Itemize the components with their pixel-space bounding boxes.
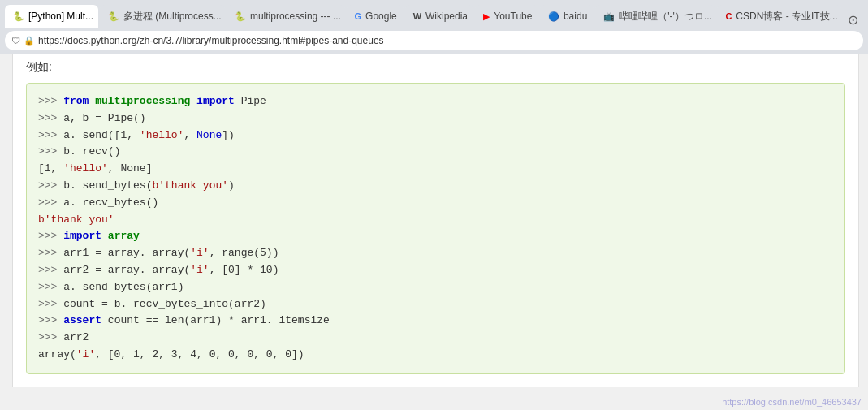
tab-baidu[interactable]: 🔵 baidu xyxy=(540,5,594,28)
prompt-11: >>> xyxy=(38,264,63,276)
tab-wikipedia[interactable]: W Wikipedia xyxy=(405,5,474,28)
kw-assert: assert xyxy=(63,314,101,326)
github-icon[interactable]: ⊙ xyxy=(843,12,863,28)
tab-favicon-5: W xyxy=(413,11,421,21)
string-hello: 'hello' xyxy=(140,129,184,141)
prompt-14: >>> xyxy=(38,314,63,326)
code-line-5: [1, 'hello', None] xyxy=(38,161,833,178)
tab-label-4: Google xyxy=(365,11,397,22)
tab-label-6: YouTube xyxy=(494,11,532,22)
left-scrollbar[interactable] xyxy=(0,54,13,387)
code-line-13: >>> count = b. recv_bytes_into(arr2) xyxy=(38,296,833,313)
string-i-out: 'i' xyxy=(76,348,95,360)
prompt-4: >>> xyxy=(38,145,63,158)
address-url: https://docs.python.org/zh-cn/3.7/librar… xyxy=(38,35,384,46)
tab-label-2: 多进程 (Multiprocess... xyxy=(123,10,222,24)
code-line-11: >>> arr2 = array. array('i', [0] * 10) xyxy=(38,262,833,279)
string-hello-out: 'hello' xyxy=(63,162,108,175)
code-line-3: >>> a. send([1, 'hello', None]) xyxy=(38,127,833,145)
tab-csdn[interactable]: C CSDN博客 - 专业IT技... xyxy=(717,5,841,28)
kw-import2: import xyxy=(63,230,101,242)
tab-multiprocessing[interactable]: 🐍 multiprocessing --- ... xyxy=(227,5,345,28)
prompt-9: >>> xyxy=(38,230,63,242)
code-line-1: >>> from multiprocessing import Pipe xyxy=(38,93,833,110)
module-multiprocessing: multiprocessing xyxy=(95,95,190,107)
code-line-4: >>> b. recv() xyxy=(38,144,833,161)
shield-icon: 🛡 xyxy=(11,36,20,45)
prompt-2: >>> xyxy=(38,112,63,124)
tab-label-1: [Python] Mult... xyxy=(28,11,93,22)
tab-favicon-8: 📺 xyxy=(603,11,615,22)
code-line-14: >>> assert count == len(arr1) * arr1. it… xyxy=(38,313,833,330)
tab-favicon-9: C xyxy=(725,11,732,21)
tab-favicon-2: 🐍 xyxy=(108,11,119,22)
lock-icon: 🔒 xyxy=(24,36,35,46)
string-bytes-out: b'thank you' xyxy=(38,214,114,226)
prompt-15: >>> xyxy=(38,331,63,343)
prompt-10: >>> xyxy=(38,247,63,259)
tab-youtube[interactable]: ▶ YouTube xyxy=(475,5,538,28)
string-bytes1: b'thank you' xyxy=(152,179,228,192)
right-scrollbar[interactable] xyxy=(858,54,868,387)
code-line-8: b'thank you' xyxy=(38,212,833,229)
tab-python-mult[interactable]: 🐍 [Python] Mult... xyxy=(5,5,98,28)
prompt-7: >>> xyxy=(38,196,63,209)
code-line-2: >>> a, b = Pipe() xyxy=(38,110,833,127)
tab-multiprocess[interactable]: 🐍 多进程 (Multiprocess... xyxy=(100,5,225,28)
address-bar-row: 🛡 🔒 https://docs.python.org/zh-cn/3.7/li… xyxy=(0,28,868,54)
tab-favicon-4: G xyxy=(355,11,362,21)
browser-chrome: 🐍 [Python] Mult... 🐍 多进程 (Multiprocess..… xyxy=(0,0,868,54)
code-line-9: >>> import array xyxy=(38,228,833,245)
kw-none: None xyxy=(196,129,222,141)
tab-favicon-3: 🐍 xyxy=(235,11,246,22)
string-i1: 'i' xyxy=(190,247,209,259)
tab-favicon-6: ▶ xyxy=(483,11,490,22)
tab-bilibili[interactable]: 📺 哔哩哔哩（'-'）つロ... xyxy=(595,5,715,28)
prompt-12: >>> xyxy=(38,281,63,293)
tab-favicon-7: 🔵 xyxy=(548,11,559,22)
address-bar[interactable]: 🛡 🔒 https://docs.python.org/zh-cn/3.7/li… xyxy=(5,31,863,50)
tab-label-9: CSDN博客 - 专业IT技... xyxy=(736,10,837,24)
code-block: >>> from multiprocessing import Pipe >>>… xyxy=(26,83,845,374)
section-label: 例如: xyxy=(26,60,845,75)
code-line-16: array('i', [0, 1, 2, 3, 4, 0, 0, 0, 0, 0… xyxy=(38,347,833,364)
tab-label-5: Wikipedia xyxy=(425,11,468,22)
tab-favicon-1: 🐍 xyxy=(13,11,24,22)
kw-from: from xyxy=(63,95,89,107)
string-i2: 'i' xyxy=(190,264,209,276)
tab-google[interactable]: G Google xyxy=(347,5,404,28)
prompt-13: >>> xyxy=(38,298,63,310)
prompt-3: >>> xyxy=(38,129,63,141)
module-array: array xyxy=(108,230,140,242)
code-line-15: >>> arr2 xyxy=(38,330,833,347)
prompt: >>> xyxy=(38,95,63,107)
code-line-7: >>> a. recv_bytes() xyxy=(38,195,833,212)
tab-label-7: baidu xyxy=(564,11,587,22)
watermark: https://blog.csdn.net/m0_46653437 xyxy=(722,397,862,407)
tabs-row: 🐍 [Python] Mult... 🐍 多进程 (Multiprocess..… xyxy=(0,0,868,28)
page-content: 例如: >>> from multiprocessing import Pipe… xyxy=(0,54,868,387)
tab-label-8: 哔哩哔哩（'-'）つロ... xyxy=(619,10,712,24)
main-content: 例如: >>> from multiprocessing import Pipe… xyxy=(13,54,858,387)
code-line-12: >>> a. send_bytes(arr1) xyxy=(38,279,833,296)
prompt-6: >>> xyxy=(38,179,63,192)
code-line-10: >>> arr1 = array. array('i', range(5)) xyxy=(38,245,833,262)
code-line-6: >>> b. send_bytes(b'thank you') xyxy=(38,178,833,195)
kw-import: import xyxy=(196,95,235,107)
tab-label-3: multiprocessing --- ... xyxy=(250,11,341,22)
